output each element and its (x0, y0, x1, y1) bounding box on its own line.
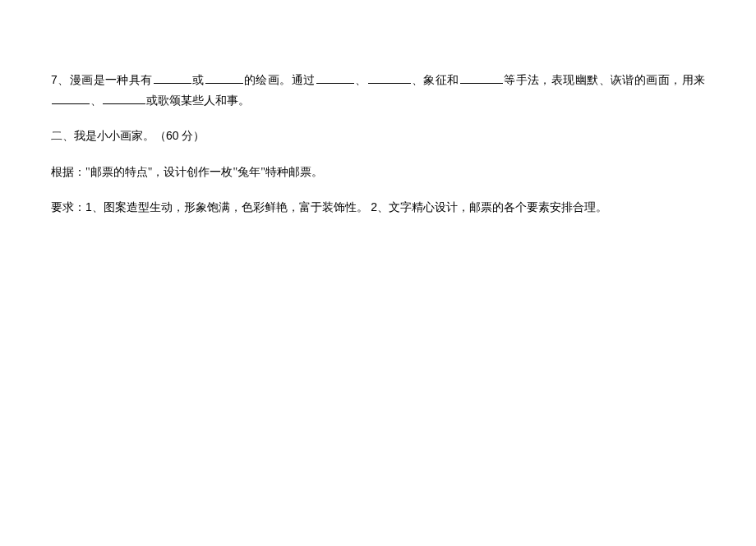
q7-text-6: 等手法，表现幽默、诙谐的画面，用来 (504, 74, 705, 86)
req-num-1: 1 (85, 200, 92, 213)
req-item-1: 、图案造型生动，形象饱满，色彩鲜艳，富于装饰性。 (92, 201, 371, 213)
section-title-text: 二、我是小小画家。（ (51, 130, 166, 142)
question-number: 7 (51, 73, 58, 86)
section-points-suffix: 分） (179, 130, 205, 142)
requirements-paragraph: 要求：1、图案造型生动，形象饱满，色彩鲜艳，富于装饰性。 2、文字精心设计，邮票… (51, 197, 705, 218)
q7-text-7: 、 (90, 94, 102, 107)
blank-5 (460, 72, 503, 84)
section-points: 60 (166, 129, 179, 142)
req-item-2: 、文字精心设计，邮票的各个要素安排合理。 (377, 201, 607, 213)
q7-text-1: 、漫画是一种具有 (58, 74, 153, 86)
req-prefix: 要求： (51, 201, 85, 213)
instruction-paragraph: 根据："邮票的特点"，设计创作一枚"兔年"特种邮票。 (51, 162, 705, 182)
blank-1 (154, 72, 191, 84)
q7-text-3: 的绘画。通过 (244, 74, 316, 86)
q7-text-4: 、 (355, 74, 367, 86)
section-2-title: 二、我是小小画家。（60 分） (51, 126, 705, 146)
blank-6 (52, 93, 90, 104)
blank-4 (368, 72, 411, 84)
q7-text-5: 、象征和 (412, 74, 459, 86)
blank-3 (316, 72, 354, 84)
req-num-2: 2 (371, 200, 377, 213)
instruction-text: 根据："邮票的特点"，设计创作一枚"兔年"特种邮票。 (51, 166, 323, 178)
q7-text-8: 或歌颂某些人和事。 (146, 94, 250, 107)
question-7: 7、漫画是一种具有或的绘画。通过、、象征和等手法，表现幽默、诙谐的画面，用来、或… (51, 70, 705, 111)
blank-7 (103, 93, 145, 104)
blank-2 (205, 72, 243, 84)
q7-text-2: 或 (192, 74, 205, 86)
